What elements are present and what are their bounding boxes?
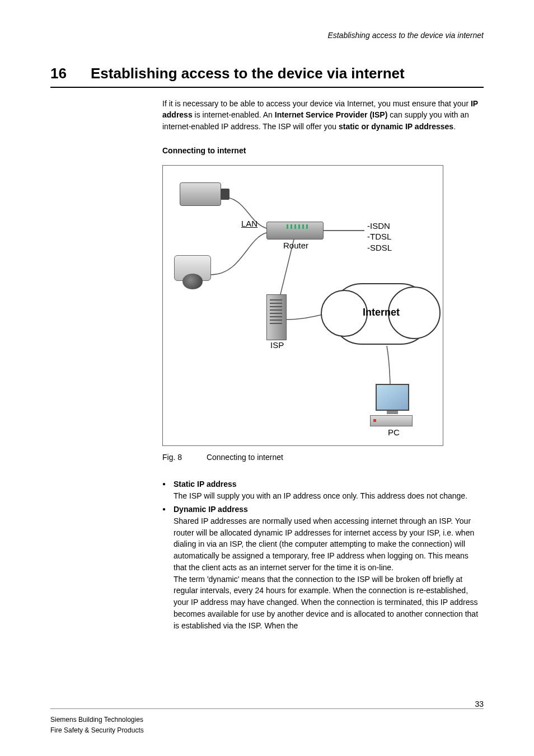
running-header: Establishing access to the device via in…: [50, 31, 484, 40]
list-item-title: Dynamic IP address: [174, 504, 484, 515]
chapter-title-text: Establishing access to the device via in…: [91, 65, 405, 82]
list-item-paragraph: The term 'dynamic' means that the connec…: [174, 574, 484, 632]
figure-network-diagram: Internet LAN Router ISP PC -ISDN -TDSL -…: [162, 165, 443, 446]
figure-caption-text: Connecting to internet: [207, 453, 283, 462]
figure-router-icon: [266, 222, 324, 240]
figure-cloud-icon: Internet: [331, 283, 432, 345]
intro-paragraph: If it is necessary to be able to access …: [162, 98, 484, 132]
figure-label-router: Router: [283, 241, 308, 250]
figure-caption: Fig. 8 Connecting to internet: [162, 453, 484, 462]
page-number: 33: [475, 699, 484, 708]
figure-label-pc: PC: [388, 428, 400, 437]
figure-caption-number: Fig. 8: [162, 453, 204, 462]
content-column: If it is necessary to be able to access …: [162, 98, 484, 631]
list-item-paragraph: Shared IP addresses are normally used wh…: [174, 515, 484, 574]
figure-label-connection-types: -ISDN -TDSL -SDSL: [367, 220, 392, 253]
chapter-number: 16: [50, 65, 91, 82]
footer-division: Fire Safety & Security Products: [50, 725, 484, 736]
figure-isp-server-icon: [266, 294, 287, 340]
figure-pc-icon: [370, 384, 415, 426]
list-item: Static IP addressThe ISP will supply you…: [162, 478, 484, 501]
figure-label-isp: ISP: [270, 340, 284, 350]
page-footer: Siemens Building Technologies Fire Safet…: [50, 708, 484, 736]
list-item-paragraph: The ISP will supply you with an IP addre…: [174, 490, 484, 502]
figure-dome-camera-icon: [174, 255, 211, 281]
figure-box-camera-icon: [180, 182, 221, 206]
page: Establishing access to the device via in…: [0, 0, 534, 756]
chapter-heading: 16 Establishing access to the device via…: [50, 65, 484, 88]
figure-label-internet: Internet: [331, 307, 432, 318]
figure-label-lan: LAN: [241, 219, 257, 228]
ip-address-types-list: Static IP addressThe ISP will supply you…: [162, 478, 484, 631]
footer-company: Siemens Building Technologies: [50, 715, 484, 725]
list-item: Dynamic IP addressShared IP addresses ar…: [162, 504, 484, 631]
list-item-title: Static IP address: [174, 478, 484, 490]
subheading-connecting: Connecting to internet: [162, 146, 484, 155]
